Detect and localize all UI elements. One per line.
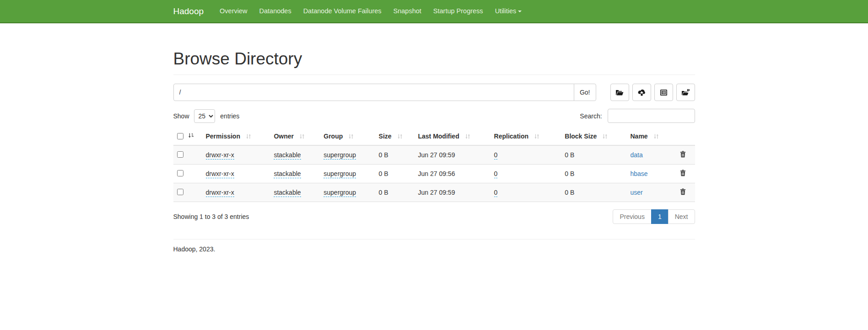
column-label: Group xyxy=(323,133,343,140)
column-header-select-all[interactable] xyxy=(173,128,202,145)
page-title: Browse Directory xyxy=(173,49,695,69)
size-cell: 0 B xyxy=(379,170,388,177)
top-navbar: Hadoop Overview Datanodes Datanode Volum… xyxy=(0,0,868,23)
row-select-checkbox[interactable] xyxy=(177,189,183,195)
nav-item-utilities-label: Utilities xyxy=(495,7,517,15)
select-all-checkbox[interactable] xyxy=(177,133,183,139)
navbar-brand[interactable]: Hadoop xyxy=(173,6,204,16)
sort-both-icon xyxy=(602,133,608,141)
show-label: Show xyxy=(173,112,189,120)
size-cell: 0 B xyxy=(379,189,388,196)
column-label: Owner xyxy=(274,133,294,140)
column-header-replication[interactable]: Replication xyxy=(491,128,561,145)
sort-both-icon xyxy=(397,133,403,141)
sort-both-icon xyxy=(246,133,251,141)
permission-cell[interactable]: drwxr-xr-x xyxy=(206,189,234,197)
cloud-upload-icon xyxy=(637,89,646,96)
permission-cell[interactable]: drwxr-xr-x xyxy=(206,170,234,178)
column-header-last-modified[interactable]: Last Modified xyxy=(414,128,490,145)
pagination-previous[interactable]: Previous xyxy=(613,209,651,224)
table-row: drwxr-xr-x stackable supergroup 0 B Jun … xyxy=(173,183,695,202)
table-header-row: Permission Owner Group Size Last Modifie… xyxy=(173,128,695,145)
directory-link[interactable]: hbase xyxy=(631,170,648,177)
replication-cell[interactable]: 0 xyxy=(494,189,498,197)
column-label: Name xyxy=(631,133,648,140)
owner-cell[interactable]: stackable xyxy=(274,151,301,160)
column-label: Size xyxy=(379,133,392,140)
directory-path-input[interactable] xyxy=(173,84,574,101)
owner-cell[interactable]: stackable xyxy=(274,170,301,178)
go-button[interactable]: Go! xyxy=(574,84,596,101)
pagination-page-1[interactable]: 1 xyxy=(651,209,669,224)
nav-item-datanode-volume-failures[interactable]: Datanode Volume Failures xyxy=(297,0,388,22)
last-modified-cell: Jun 27 09:56 xyxy=(418,170,455,177)
group-cell[interactable]: supergroup xyxy=(323,151,356,160)
size-cell: 0 B xyxy=(379,151,388,159)
page-size-select[interactable]: 25 xyxy=(194,109,215,123)
entries-label: entries xyxy=(220,112,239,120)
table-search-input[interactable] xyxy=(608,109,695,123)
nav-item-datanodes[interactable]: Datanodes xyxy=(253,0,297,22)
sort-both-icon xyxy=(534,133,539,141)
caret-down-icon xyxy=(518,11,522,12)
directory-link[interactable]: data xyxy=(631,151,643,159)
pagination: Previous 1 Next xyxy=(613,209,695,224)
column-label: Permission xyxy=(206,133,240,140)
block-size-cell: 0 B xyxy=(565,189,574,196)
table-info-text: Showing 1 to 3 of 3 entries xyxy=(173,213,249,220)
block-size-cell: 0 B xyxy=(565,170,574,177)
upload-files-button[interactable] xyxy=(632,84,651,101)
sort-ascending-icon xyxy=(188,133,194,140)
list-alt-icon xyxy=(660,89,668,96)
sort-both-icon xyxy=(348,133,354,141)
file-action-buttons xyxy=(610,84,695,101)
trash-icon xyxy=(680,190,686,197)
block-size-cell: 0 B xyxy=(565,151,574,159)
trash-icon xyxy=(680,171,686,178)
create-directory-button[interactable] xyxy=(610,84,629,101)
column-header-group[interactable]: Group xyxy=(320,128,375,145)
table-row: drwxr-xr-x stackable supergroup 0 B Jun … xyxy=(173,165,695,183)
cut-selected-button[interactable] xyxy=(654,84,673,101)
table-row: drwxr-xr-x stackable supergroup 0 B Jun … xyxy=(173,145,695,165)
footer-divider xyxy=(173,239,695,240)
sort-both-icon xyxy=(299,133,305,141)
last-modified-cell: Jun 27 09:59 xyxy=(418,151,455,159)
pagination-next[interactable]: Next xyxy=(668,209,695,224)
delete-button[interactable] xyxy=(680,151,686,158)
nav-item-startup-progress[interactable]: Startup Progress xyxy=(427,0,489,22)
directory-link[interactable]: user xyxy=(631,189,643,196)
column-header-block-size[interactable]: Block Size xyxy=(561,128,626,145)
sort-both-icon xyxy=(653,133,659,141)
permission-cell[interactable]: drwxr-xr-x xyxy=(206,151,234,160)
page-length-control: Show 25 entries xyxy=(173,109,240,123)
group-cell[interactable]: supergroup xyxy=(323,189,356,197)
table-controls: Show 25 entries Search: xyxy=(173,109,695,123)
trash-icon xyxy=(680,152,686,159)
footer-text: Hadoop, 2023. xyxy=(173,245,695,326)
directory-listing-table: Permission Owner Group Size Last Modifie… xyxy=(173,128,695,202)
owner-cell[interactable]: stackable xyxy=(274,189,301,197)
replication-cell[interactable]: 0 xyxy=(494,151,498,160)
column-label: Block Size xyxy=(565,133,597,140)
column-header-permission[interactable]: Permission xyxy=(202,128,270,145)
nav-item-overview[interactable]: Overview xyxy=(214,0,253,22)
page-header: Browse Directory xyxy=(173,49,695,75)
group-cell[interactable]: supergroup xyxy=(323,170,356,178)
delete-button[interactable] xyxy=(680,188,686,195)
nav-item-utilities-dropdown[interactable]: Utilities xyxy=(489,0,528,22)
paste-into-directory-button[interactable] xyxy=(676,84,695,101)
folder-open-icon xyxy=(615,89,624,96)
table-search-control: Search: xyxy=(580,109,695,123)
row-select-checkbox[interactable] xyxy=(177,170,183,176)
column-header-owner[interactable]: Owner xyxy=(270,128,320,145)
row-select-checkbox[interactable] xyxy=(177,151,183,158)
nav-item-snapshot[interactable]: Snapshot xyxy=(388,0,427,22)
column-label: Replication xyxy=(494,133,528,140)
column-header-size[interactable]: Size xyxy=(375,128,415,145)
last-modified-cell: Jun 27 09:59 xyxy=(418,189,455,196)
column-label: Last Modified xyxy=(418,133,459,140)
column-header-name[interactable]: Name xyxy=(627,128,677,145)
replication-cell[interactable]: 0 xyxy=(494,170,498,178)
delete-button[interactable] xyxy=(680,170,686,176)
